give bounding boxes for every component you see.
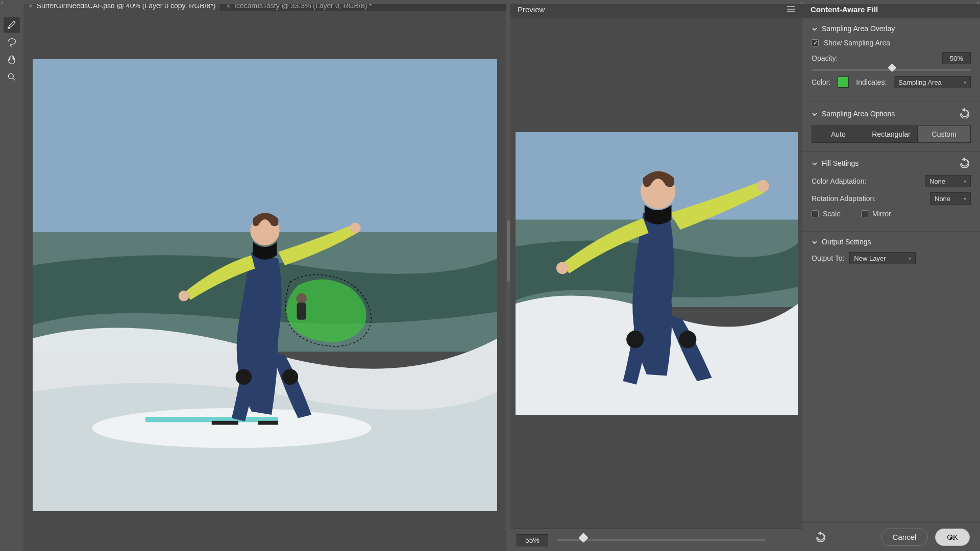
svg-point-4	[92, 408, 371, 448]
opacity-value[interactable]: 50%	[942, 52, 971, 64]
indicates-select[interactable]: Sampling Area▾	[894, 76, 971, 88]
scale-checkbox[interactable]	[812, 210, 819, 217]
preview-title: Preview	[518, 5, 545, 14]
preview-panel: Preview	[510, 0, 802, 551]
svg-point-9	[282, 369, 298, 385]
cancel-button[interactable]: Cancel	[881, 529, 928, 546]
svg-point-18	[679, 331, 696, 348]
mode-auto[interactable]: Auto	[812, 126, 865, 143]
indicates-label: Indicates:	[856, 78, 887, 86]
mirror-checkbox[interactable]	[861, 210, 868, 217]
svg-point-19	[556, 262, 568, 274]
brush-tool[interactable]	[4, 17, 20, 33]
color-label: Color:	[812, 78, 830, 86]
content-aware-fill-panel: Content-Aware Fill Sampling Area Overlay…	[802, 0, 980, 551]
zoom-tool[interactable]	[4, 69, 20, 85]
svg-point-17	[626, 331, 644, 348]
show-sampling-label: Show Sampling Area	[824, 39, 890, 47]
scale-label: Scale	[823, 210, 841, 218]
panel-menu-icon[interactable]	[787, 6, 795, 12]
chevron-down-icon	[812, 160, 818, 166]
show-sampling-checkbox[interactable]	[812, 39, 819, 46]
svg-point-20	[757, 180, 769, 192]
output-to-select[interactable]: New Layer▾	[849, 252, 916, 264]
svg-point-1	[8, 73, 13, 79]
splitter[interactable]	[506, 0, 510, 551]
expand-right-icon[interactable]: «	[976, 0, 979, 4]
zoom-slider[interactable]	[557, 539, 766, 541]
expand-left-icon[interactable]: »	[1, 0, 4, 4]
opacity-slider[interactable]	[812, 69, 971, 71]
mode-rectangular[interactable]: Rectangular	[865, 126, 918, 143]
svg-rect-7	[258, 421, 278, 425]
chevron-down-icon	[812, 111, 818, 117]
chevron-down-icon	[812, 26, 818, 32]
hand-tool[interactable]	[4, 52, 20, 67]
main-canvas-column: × SurferGirlNeedsCAF.psd @ 40% (Layer 0 …	[23, 0, 506, 551]
reset-icon[interactable]	[960, 158, 971, 169]
color-adapt-label: Color Adaptation:	[812, 177, 866, 185]
chevron-down-icon	[812, 239, 818, 245]
sampling-mode-segmented: Auto Rectangular Custom	[812, 126, 971, 143]
section-sampling-options[interactable]: Sampling Area Options	[812, 108, 971, 119]
expand-mid-icon[interactable]: »	[800, 0, 803, 5]
zoom-value[interactable]: 55%	[517, 534, 548, 546]
preview-body[interactable]	[510, 18, 802, 529]
reset-icon[interactable]	[960, 108, 971, 119]
canvas[interactable]	[33, 59, 497, 511]
rot-adapt-label: Rotation Adaptation:	[812, 194, 876, 203]
color-adapt-select[interactable]: None▾	[925, 175, 971, 187]
svg-point-8	[236, 369, 252, 385]
svg-point-11	[350, 223, 361, 234]
color-swatch[interactable]	[838, 77, 849, 88]
mirror-label: Mirror	[872, 210, 891, 218]
section-fill-settings[interactable]: Fill Settings	[812, 158, 971, 169]
svg-rect-6	[212, 421, 238, 425]
rot-adapt-select[interactable]: None▾	[930, 192, 971, 205]
opacity-label: Opacity:	[812, 54, 838, 62]
canvas-area[interactable]	[23, 11, 506, 551]
section-sampling-overlay[interactable]: Sampling Area Overlay	[812, 24, 971, 33]
ok-button[interactable]: OK ↖	[935, 529, 970, 546]
lasso-tool[interactable]	[4, 35, 20, 50]
output-to-label: Output To:	[812, 254, 844, 262]
reset-all-icon[interactable]	[816, 532, 827, 543]
svg-rect-14	[297, 303, 306, 320]
toolbar	[0, 0, 23, 551]
section-output-settings[interactable]: Output Settings	[812, 238, 971, 246]
svg-point-10	[179, 290, 189, 301]
mode-custom[interactable]: Custom	[917, 126, 971, 143]
svg-point-13	[296, 293, 307, 304]
